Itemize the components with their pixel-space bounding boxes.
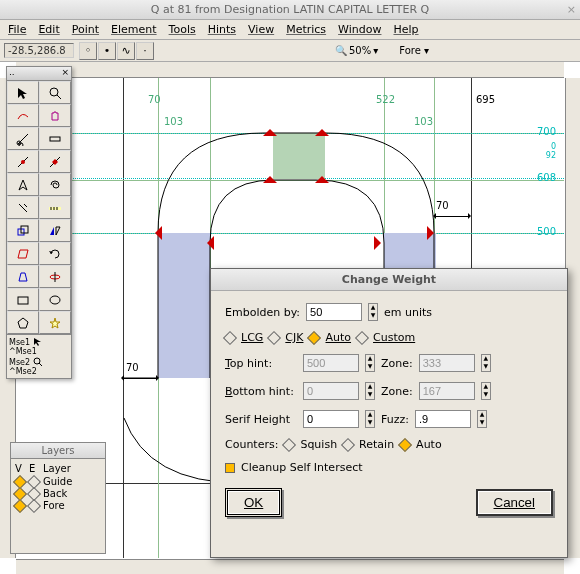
ok-button[interactable]: OK (225, 488, 282, 517)
radio-auto[interactable] (307, 330, 321, 344)
svg-marker-3 (315, 176, 329, 183)
dimension (436, 216, 468, 217)
chevron-down-icon[interactable]: ▾ (424, 45, 429, 56)
ruler-horizontal[interactable] (16, 62, 564, 78)
dialog-title: Change Weight (211, 269, 567, 291)
tool-palette[interactable]: ..× Mse1 ^Mse1 Mse2 ^Mse2 (6, 66, 72, 379)
add-point-tool[interactable] (7, 150, 39, 173)
fuzz-spinner[interactable]: ▲▼ (477, 410, 487, 428)
scale-tool[interactable] (7, 219, 39, 242)
dim-label: 70 (436, 200, 449, 211)
serif-input[interactable] (303, 410, 359, 428)
bot-zone-spinner[interactable]: ▲▼ (481, 382, 491, 400)
zoom-control[interactable]: 🔍 50% ▾ (335, 45, 378, 56)
cleanup-checkbox[interactable] (225, 463, 235, 473)
rotate3d-tool[interactable] (39, 265, 71, 288)
svg-rect-13 (50, 137, 60, 141)
layers-panel[interactable]: Layers VELayer Guide Back Fore (10, 442, 106, 554)
bottom-hint-input[interactable] (303, 382, 359, 400)
top-hint-spinner[interactable]: ▲▼ (365, 354, 375, 372)
svg-marker-7 (427, 226, 434, 240)
svg-marker-6 (374, 236, 381, 250)
embolden-spinner[interactable]: ▲▼ (368, 303, 378, 321)
radio-counter-auto[interactable] (398, 437, 412, 451)
toolbar-btn-3[interactable]: ∿ (117, 42, 135, 60)
layers-title: Layers (11, 443, 105, 459)
editable-toggle[interactable] (27, 498, 41, 512)
perspective-tool[interactable] (7, 265, 39, 288)
cleanup-label[interactable]: Cleanup Self Intersect (241, 461, 363, 474)
visible-toggle[interactable] (13, 498, 27, 512)
skew-tool[interactable] (7, 242, 39, 265)
menu-tools[interactable]: Tools (169, 23, 196, 36)
measure-tool[interactable] (39, 196, 71, 219)
window-titlebar: Q at 81 from Designation LATIN CAPITAL L… (0, 0, 580, 20)
ellipse-tool[interactable] (39, 288, 71, 311)
radio-squish[interactable] (282, 437, 296, 451)
cancel-button[interactable]: Cancel (476, 489, 554, 516)
menu-hints[interactable]: Hints (208, 23, 236, 36)
hint-label: 500 (537, 226, 556, 237)
svg-rect-29 (18, 297, 28, 304)
toolbar-btn-1[interactable]: ◦ (79, 42, 97, 60)
bot-zone-label: Zone: (381, 385, 413, 398)
menu-point[interactable]: Point (72, 23, 99, 36)
spiro-tool[interactable] (39, 173, 71, 196)
radio-custom[interactable] (355, 330, 369, 344)
freehand-tool[interactable] (7, 104, 39, 127)
toolbar-btn-4[interactable]: · (136, 42, 154, 60)
radio-lcg[interactable] (223, 330, 237, 344)
menu-view[interactable]: View (248, 23, 274, 36)
menu-file[interactable]: File (8, 23, 26, 36)
embolden-units: em units (384, 306, 432, 319)
cut-tool[interactable] (7, 127, 39, 150)
svg-line-10 (18, 134, 28, 144)
embolden-label: Embolden by: (225, 306, 300, 319)
polygon-tool[interactable] (7, 311, 39, 334)
zoom-value: 50% (349, 45, 371, 56)
top-hint-input[interactable] (303, 354, 359, 372)
flip-tool[interactable] (39, 219, 71, 242)
bottom-zone-input[interactable] (419, 382, 475, 400)
active-layer-display[interactable]: Fore ▾ (399, 45, 429, 56)
dimension (124, 378, 156, 379)
palette-titlebar[interactable]: ..× (7, 67, 71, 81)
top-hint-label: Top hint: (225, 357, 297, 370)
advance-label: 695 (476, 94, 495, 105)
svg-line-19 (24, 204, 27, 207)
layer-row-guide: Guide (15, 476, 101, 487)
menu-window[interactable]: Window (338, 23, 381, 36)
ruler-tool[interactable] (39, 127, 71, 150)
close-icon[interactable]: × (61, 67, 69, 80)
embolden-input[interactable] (306, 303, 362, 321)
serif-label: Serif Height (225, 413, 297, 426)
toolbar-btn-2[interactable]: • (98, 42, 116, 60)
fuzz-input[interactable] (415, 410, 471, 428)
menu-edit[interactable]: Edit (38, 23, 59, 36)
pen-tool[interactable] (7, 173, 39, 196)
knife-tool[interactable] (7, 196, 39, 219)
add-tangent-tool[interactable] (39, 150, 71, 173)
star-tool[interactable] (39, 311, 71, 334)
pointer-tool[interactable] (7, 81, 39, 104)
rotate-tool[interactable] (39, 242, 71, 265)
close-icon[interactable]: × (567, 3, 576, 16)
magnify-tool[interactable] (39, 81, 71, 104)
radio-retain[interactable] (341, 437, 355, 451)
menu-help[interactable]: Help (393, 23, 418, 36)
bot-hint-spinner[interactable]: ▲▼ (365, 382, 375, 400)
top-zone-spinner[interactable]: ▲▼ (481, 354, 491, 372)
radio-cjk[interactable] (267, 330, 281, 344)
hand-tool[interactable] (39, 104, 71, 127)
hint-label: 700 (537, 126, 556, 137)
menu-element[interactable]: Element (111, 23, 157, 36)
magnify-icon: 🔍 (335, 45, 347, 56)
dim-label: 70 (126, 362, 139, 373)
menu-metrics[interactable]: Metrics (286, 23, 326, 36)
serif-spinner[interactable]: ▲▼ (365, 410, 375, 428)
rect-tool[interactable] (7, 288, 39, 311)
menubar: File Edit Point Element Tools Hints View… (0, 20, 580, 40)
top-zone-input[interactable] (419, 354, 475, 372)
info-toolbar: -28.5,286.8 ◦ • ∿ · 🔍 50% ▾ Fore ▾ (0, 40, 580, 62)
chevron-down-icon[interactable]: ▾ (373, 45, 378, 56)
